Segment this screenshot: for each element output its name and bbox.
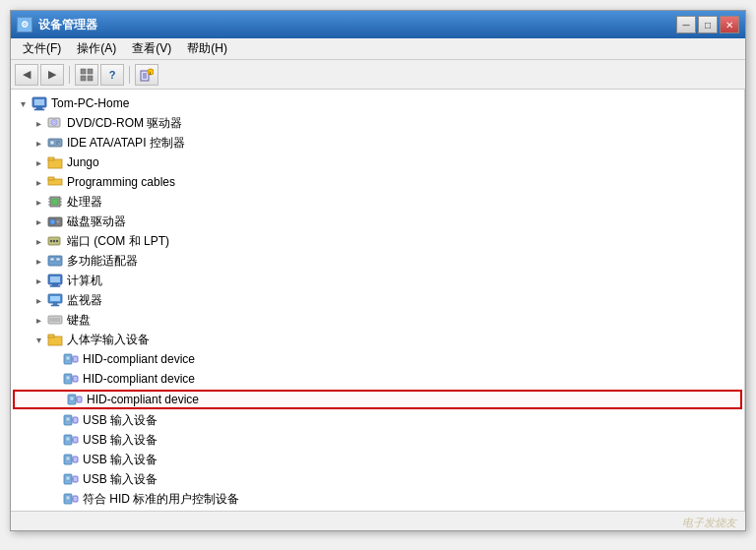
svg-rect-22 [48,157,54,160]
root-label: Tom-PC-Home [51,96,129,110]
svg-rect-0 [81,69,86,74]
tree-item-jungo[interactable]: ▸ Jungo [11,153,744,172]
cable-icon [47,174,63,190]
minimize-button[interactable]: ─ [676,16,696,33]
ide-expand[interactable]: ▸ [31,135,46,151]
menu-action[interactable]: 操作(A) [69,38,124,59]
jungo-expand[interactable]: ▸ [31,154,46,170]
svg-rect-26 [52,199,58,205]
svg-rect-59 [48,335,54,337]
usb-input2-label: USB 输入设备 [83,432,158,449]
tree-item-monitor[interactable]: ▸ 监视器 [11,290,744,310]
adapter-label: 多功能适配器 [67,253,138,270]
status-bar [11,511,745,530]
tree-item-usb-input3[interactable]: USB 输入设备 [11,450,744,469]
processor-expand[interactable]: ▸ [31,194,46,210]
usb3-expand [46,452,62,467]
svg-rect-13 [34,109,44,110]
svg-rect-62 [73,356,78,362]
help-button[interactable]: ? [100,64,124,86]
tree-item-ports[interactable]: ▸ 端口 (COM 和 LPT) [11,231,744,251]
tree-item-usb-input4[interactable]: USB 输入设备 [11,469,744,489]
svg-rect-61 [66,356,70,360]
device-manager-window: ⚙ 设备管理器 ─ □ ✕ 文件(F) 操作(A) 查看(V) 帮助(H) ◀ … [10,10,746,531]
forward-button[interactable]: ▶ [40,64,64,86]
svg-rect-42 [56,258,60,261]
keyboard-expand[interactable]: ▸ [31,312,46,328]
tree-item-processor[interactable]: ▸ 处理器 [11,192,744,212]
keyboard-icon [47,312,63,328]
dvd-icon [47,115,63,131]
menu-help[interactable]: 帮助(H) [179,38,235,59]
prog-cables-label: Programming cables [67,175,175,189]
hid-control-expand [46,491,62,507]
tree-item-usb-input1[interactable]: USB 输入设备 [11,410,744,430]
menu-file[interactable]: 文件(F) [15,38,69,59]
svg-point-39 [56,240,58,242]
svg-rect-41 [50,258,54,261]
window-icon: ⚙ [17,17,32,32]
usb-device-icon-2 [63,432,79,448]
disk-label: 磁盘驱动器 [67,214,126,230]
ports-icon [47,233,63,249]
tree-item-hid-dev1[interactable]: HID-compliant device [11,349,744,369]
adapter-expand[interactable]: ▸ [31,253,46,269]
usb4-expand [46,471,62,487]
processor-icon [47,194,63,210]
title-bar: ⚙ 设备管理器 ─ □ ✕ [11,11,745,38]
hid-dev2-expand [46,371,62,387]
svg-rect-48 [50,296,60,301]
svg-rect-34 [50,219,55,224]
jungo-label: Jungo [67,155,99,169]
tree-item-disk[interactable]: ▸ 磁盘驱动器 [11,212,744,231]
properties-button[interactable]: i [135,64,158,86]
tree-item-hid-dev2[interactable]: HID-compliant device [11,369,744,389]
toolbar-separator-1 [69,66,70,84]
hid-expand[interactable]: ▾ [31,332,46,347]
svg-point-38 [53,240,55,242]
tree-root[interactable]: ▾ Tom-PC-Home [11,93,744,113]
usb-device-icon-3 [63,452,79,467]
monitor-expand[interactable]: ▸ [31,292,46,308]
tree-item-computer[interactable]: ▸ 计算机 [11,271,744,290]
monitor-icon [47,292,63,308]
back-button[interactable]: ◀ [15,64,38,86]
ports-expand[interactable]: ▸ [31,233,46,249]
menu-view[interactable]: 查看(V) [124,38,179,59]
disk-expand[interactable]: ▸ [31,214,46,229]
maximize-button[interactable]: □ [698,16,718,33]
tree-item-keyboard[interactable]: ▸ 键盘 [11,310,744,330]
svg-point-35 [56,220,60,224]
close-button[interactable]: ✕ [720,16,739,33]
svg-rect-73 [66,417,70,421]
dvd-expand[interactable]: ▸ [31,115,46,131]
device-tree[interactable]: ▾ Tom-PC-Home ▸ [11,90,745,511]
svg-rect-90 [73,496,78,502]
toolbar: ◀ ▶ ? i [11,60,745,90]
tree-item-hid-folder[interactable]: ▾ 人体学输入设备 [11,330,744,349]
svg-point-37 [50,240,52,242]
tree-item-usb-input2[interactable]: USB 输入设备 [11,430,744,450]
computer-expand[interactable]: ▸ [31,273,46,288]
svg-rect-18 [50,141,54,145]
computer-label: 计算机 [67,273,102,289]
view-button[interactable] [75,64,98,86]
tree-item-hid-dev3[interactable]: HID-compliant device [13,390,742,409]
svg-rect-50 [51,305,59,306]
root-expand-icon[interactable]: ▾ [15,95,31,111]
keyboard-label: 键盘 [67,312,91,329]
tree-item-hid-control[interactable]: 符合 HID 标准的用户控制设备 [11,489,744,509]
tree-item-prog-cables[interactable]: ▸ Programming cables [11,172,744,192]
tree-item-ide[interactable]: ▸ IDE ATA/ATAPI 控制器 [11,133,744,153]
svg-rect-11 [34,99,44,105]
tree-item-dvd[interactable]: ▸ DVD/CD-ROM 驱动器 [11,113,744,133]
usb-input3-label: USB 输入设备 [83,452,158,468]
svg-rect-66 [73,376,78,382]
prog-cables-expand[interactable]: ▸ [31,174,46,190]
tree-item-adapter[interactable]: ▸ 多功能适配器 [11,251,744,271]
content-area: ▾ Tom-PC-Home ▸ [11,90,745,511]
svg-rect-89 [66,496,70,500]
menu-bar: 文件(F) 操作(A) 查看(V) 帮助(H) [11,38,745,60]
window-title: 设备管理器 [38,17,97,33]
hid-device-icon-1 [63,351,79,367]
